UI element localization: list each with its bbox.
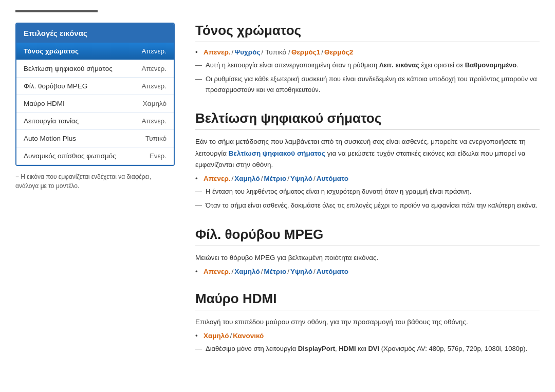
bullet-option-Μέτριο: Μέτριο [264, 268, 286, 275]
bullet-option-Υψηλό: Υψηλό [290, 268, 312, 275]
bullet-option-Μέτριο: Μέτριο [264, 175, 286, 182]
sidebar-item-label-mavro: Μαύρο HDMI [24, 100, 65, 107]
note-tonos-0: Αυτή η λειτουργία είναι απενεργοποιημένη… [195, 60, 540, 71]
section-veltiwsi: Βελτίωση ψηφιακού σήματοςΕάν το σήμα μετ… [195, 110, 540, 211]
bullet-option-Θερμός1: Θερμός1 [291, 48, 320, 56]
sidebar-item-value-mavro: Χαμηλό [143, 100, 166, 107]
bullet-mavro-0: Χαμηλό / Κανονικό [195, 332, 540, 340]
sidebar-item-value-tonos: Απενερ. [141, 47, 166, 55]
bullet-veltiwsi-0: Απενερ. / Χαμηλό / Μέτριο / Υψηλό / Αυτό… [195, 175, 540, 182]
sidebar-item-fil[interactable]: Φίλ. θορύβου MPEG Απενερ. [16, 78, 174, 95]
sidebar-box: Επιλογές εικόνας Τόνος χρώματος Απενερ. … [15, 23, 175, 166]
note-veltiwsi-0: Η ένταση του ληφθέντος σήματος είναι η ι… [195, 186, 540, 197]
bullet-option-Χαμηλό: Χαμηλό [234, 268, 260, 275]
section-title-tonos: Τόνος χρώματος [195, 23, 540, 42]
sidebar-note: − Η εικόνα που εμφανίζεται ενδέχεται να … [15, 172, 175, 191]
bullet-option-Χαμηλό: Χαμηλό [234, 175, 260, 182]
bullet-option-/: / [232, 48, 234, 56]
sidebar-item-value-auto: Τυπικό [145, 135, 166, 142]
bullet-option-/: / [261, 175, 263, 182]
main-layout: Επιλογές εικόνας Τόνος χρώματος Απενερ. … [15, 23, 540, 370]
inline-bathm: Βαθμονομημένο [465, 61, 516, 69]
bullet-option-Ψυχρός: Ψυχρός [234, 48, 260, 56]
bullet-option-/: / [313, 175, 316, 182]
sidebar-item-value-veltiwsi: Απενερ. [141, 65, 166, 72]
sidebar-item-value-leit: Απενερ. [141, 117, 166, 125]
section-title-mavro: Μαύρο HDMI [195, 291, 540, 310]
sidebar-items: Τόνος χρώματος Απενερ. Βελτίωση ψηφιακού… [16, 43, 174, 165]
body-text-veltiwsi: Εάν το σήμα μετάδοσης που λαμβάνεται από… [195, 136, 540, 171]
sidebar-item-label-leit: Λειτουργία ταινίας [24, 117, 79, 125]
note-veltiwsi-1: Όταν το σήμα είναι ασθενές, δοκιμάστε όλ… [195, 200, 540, 211]
sidebar-item-auto[interactable]: Auto Motion Plus Τυπικό [16, 130, 174, 147]
body-text-mavro: Επιλογή του επιπέδου μαύρου στην οθόνη, … [195, 316, 540, 328]
sidebar-header: Επιλογές εικόνας [16, 24, 174, 43]
bullet-option-Χαμηλό: Χαμηλό [203, 332, 229, 340]
note-mavro-0: Διαθέσιμο μόνο στη λειτουργία DisplayPor… [195, 344, 540, 354]
sidebar-item-label-dyn: Δυναμικός οπίσθιος φωτισμός [24, 152, 116, 160]
section-fil: Φίλ. θορύβου MPEGΜειώνει το θόρυβο MPEG … [195, 227, 540, 275]
note-tonos-1: Οι ρυθμίσεις για κάθε εξωτερική συσκευή … [195, 74, 540, 96]
sidebar-item-leit[interactable]: Λειτουργία ταινίας Απενερ. [16, 113, 174, 130]
sidebar-item-value-fil: Απενερ. [141, 82, 166, 90]
body-text-fil: Μειώνει το θόρυβο MPEG για βελτιωμένη πο… [195, 252, 540, 264]
sidebar-item-tonos[interactable]: Τόνος χρώματος Απενερ. [16, 43, 174, 60]
sidebar-item-mavro[interactable]: Μαύρο HDMI Χαμηλό [16, 95, 174, 113]
content-area: Τόνος χρώματοςΑπενερ. / Ψυχρός / Τυπικό … [195, 23, 540, 370]
bullet-option-Υψηλό: Υψηλό [290, 175, 312, 182]
bullet-option-/: / [321, 48, 323, 56]
sidebar-item-label-fil: Φίλ. θορύβου MPEG [24, 82, 87, 90]
bullet-option-/: / [261, 268, 263, 275]
sidebar-item-dyn[interactable]: Δυναμικός οπίσθιος φωτισμός Ενερ. [16, 147, 174, 165]
inline-displayport: DisplayPort [298, 345, 335, 352]
bullet-option-/: / [313, 268, 316, 275]
sidebar-item-veltiwsi[interactable]: Βελτίωση ψηφιακού σήματος Απενερ. [16, 60, 174, 78]
bullet-option-Αυτόματο: Αυτόματο [317, 268, 348, 275]
bullet-option-Θερμός2: Θερμός2 [324, 48, 353, 56]
section-mavro: Μαύρο HDMIΕπιλογή του επιπέδου μαύρου στ… [195, 291, 540, 354]
sidebar-item-value-dyn: Ενερ. [150, 152, 166, 160]
section-tonos: Τόνος χρώματοςΑπενερ. / Ψυχρός / Τυπικό … [195, 23, 540, 95]
bullet-option-Απενερ.: Απενερ. [203, 268, 231, 275]
inline-bold-veltiwsi: Βελτίωση ψηφιακού σήματος [229, 150, 325, 157]
bullet-option-/: / [288, 48, 290, 56]
sidebar-item-label-veltiwsi: Βελτίωση ψηφιακού σήματος [24, 65, 113, 72]
section-title-fil: Φίλ. θορύβου MPEG [195, 227, 540, 246]
inline-leit: Λειτ. εικόνας [379, 61, 419, 69]
bullet-option-/: / [232, 268, 234, 275]
sections: Τόνος χρώματοςΑπενερ. / Ψυχρός / Τυπικό … [195, 23, 540, 354]
bullet-option-Κανονικό: Κανονικό [233, 332, 264, 340]
bullet-option-/: / [287, 175, 289, 182]
bullet-option-/: / [261, 48, 263, 56]
bullet-option-/: / [232, 175, 234, 182]
sidebar-item-label-auto: Auto Motion Plus [24, 135, 76, 142]
bullet-option-Απενερ.: Απενερ. [203, 175, 231, 182]
bullet-option-/: / [230, 332, 232, 340]
section-title-veltiwsi: Βελτίωση ψηφιακού σήματος [195, 110, 540, 130]
inline-dvi: DVI [368, 345, 379, 352]
bullet-option-Τυπικό: Τυπικό [265, 48, 286, 56]
bullet-option-Απενερ.: Απενερ. [203, 48, 231, 56]
sidebar-item-label-tonos: Τόνος χρώματος [24, 47, 79, 55]
inline-hdmi: HDMI [339, 345, 356, 352]
bullet-option-Αυτόματο: Αυτόματο [317, 175, 348, 182]
bullet-option-/: / [287, 268, 289, 275]
bullet-fil-0: Απενερ. / Χαμηλό / Μέτριο / Υψηλό / Αυτό… [195, 268, 540, 275]
top-line [15, 10, 98, 12]
bullet-tonos-0: Απενερ. / Ψυχρός / Τυπικό / Θερμός1 / Θε… [195, 48, 540, 56]
sidebar: Επιλογές εικόνας Τόνος χρώματος Απενερ. … [15, 23, 175, 191]
